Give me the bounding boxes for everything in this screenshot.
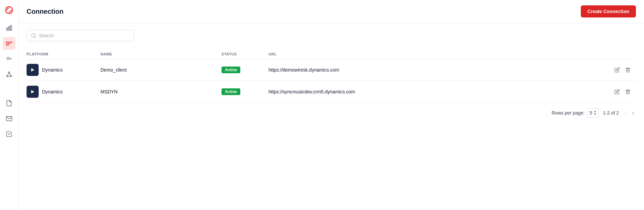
table-header-row: PLATFORM NAME STATUS URL xyxy=(27,49,636,59)
column-url: URL xyxy=(269,49,562,59)
delete-button-0[interactable] xyxy=(624,66,632,74)
sidebar-item-documents[interactable] xyxy=(3,97,15,110)
chart-icon xyxy=(6,25,12,31)
edit-icon xyxy=(614,89,620,94)
svg-rect-0 xyxy=(7,28,8,31)
cell-name-1: MSDYN xyxy=(100,81,222,103)
connections-table: PLATFORM NAME STATUS URL Dynami xyxy=(27,49,636,103)
svg-point-9 xyxy=(7,57,9,60)
platform-icon-1 xyxy=(27,86,39,98)
sidebar xyxy=(0,0,18,210)
svg-rect-4 xyxy=(10,42,12,43)
column-name: NAME xyxy=(100,49,222,59)
trash-icon xyxy=(625,89,631,94)
edit-button-1[interactable] xyxy=(613,88,621,96)
page-header: Connection Create Connection xyxy=(18,0,644,23)
mail-icon xyxy=(6,115,12,122)
sidebar-item-reports[interactable] xyxy=(3,128,15,140)
cell-name-0: Demo_client xyxy=(100,59,222,81)
rows-per-page-container: Rows per page: 5 ▲ ▼ xyxy=(552,108,599,118)
cell-status-0: Active xyxy=(222,59,269,81)
column-status: STATUS xyxy=(222,49,269,59)
platform-icon-0 xyxy=(27,64,39,76)
pagination: Rows per page: 5 ▲ ▼ 1-2 of 2 ‹ › xyxy=(27,108,636,118)
svg-marker-18 xyxy=(31,68,34,72)
delete-button-1[interactable] xyxy=(624,88,632,96)
sidebar-item-connections[interactable] xyxy=(3,37,15,50)
svg-rect-2 xyxy=(10,26,11,31)
page-content: PLATFORM NAME STATUS URL Dynami xyxy=(18,23,644,210)
sidebar-item-keys[interactable] xyxy=(3,52,15,65)
nodes-icon xyxy=(6,71,12,78)
prev-page-button[interactable]: ‹ xyxy=(623,109,629,117)
search-icon xyxy=(31,33,36,38)
svg-rect-1 xyxy=(8,27,9,31)
status-badge-1: Active xyxy=(222,88,240,95)
document-icon xyxy=(6,100,12,107)
svg-marker-19 xyxy=(31,90,34,93)
report-icon xyxy=(6,131,12,137)
svg-line-14 xyxy=(9,73,11,76)
sidebar-item-mail[interactable] xyxy=(3,112,15,125)
rows-per-page-label: Rows per page: xyxy=(552,110,585,116)
cell-status-1: Active xyxy=(222,81,269,103)
dynamics-icon xyxy=(29,67,36,73)
rows-per-page-selector[interactable]: 5 ▲ ▼ xyxy=(587,108,599,118)
cell-url-1: https://syncmusicdev.crm5.dynamics.com xyxy=(269,81,562,103)
rows-per-page-value: 5 xyxy=(590,110,592,116)
actions-cell-1 xyxy=(562,88,632,96)
page-navigation: ‹ › xyxy=(623,109,636,117)
svg-rect-3 xyxy=(6,42,8,43)
edit-button-0[interactable] xyxy=(613,66,621,74)
status-badge-0: Active xyxy=(222,67,240,73)
page-title: Connection xyxy=(27,8,64,15)
table-row: Dynamics Demo_client Active https://demo… xyxy=(27,59,636,81)
column-platform: PLATFORM xyxy=(27,49,100,59)
key-icon xyxy=(6,55,12,62)
main-content: Connection Create Connection PLATFORM NA… xyxy=(18,0,644,210)
platform-name-1: Dynamics xyxy=(42,89,63,94)
platform-cell-0: Dynamics xyxy=(27,64,96,76)
svg-line-17 xyxy=(35,37,36,38)
cell-platform-1: Dynamics xyxy=(27,81,100,103)
cell-platform-0: Dynamics xyxy=(27,59,100,81)
platform-name-0: Dynamics xyxy=(42,67,63,73)
platform-cell-1: Dynamics xyxy=(27,86,96,98)
sidebar-item-dashboard[interactable] xyxy=(3,22,15,34)
page-info: 1-2 of 2 xyxy=(603,110,619,116)
search-container xyxy=(27,30,636,41)
edit-icon xyxy=(614,67,620,73)
actions-cell-0 xyxy=(562,66,632,74)
connection-icon xyxy=(6,40,12,47)
svg-line-13 xyxy=(7,73,9,76)
app-logo xyxy=(3,4,15,16)
sidebar-item-nodes[interactable] xyxy=(3,68,15,81)
rows-per-page-arrows: ▲ ▼ xyxy=(594,110,597,116)
table-row: Dynamics MSDYN Active https://syncmusicd… xyxy=(27,81,636,103)
rows-decrease-button[interactable]: ▼ xyxy=(594,113,597,116)
dynamics-icon xyxy=(29,88,36,95)
create-connection-button[interactable]: Create Connection xyxy=(581,5,636,17)
column-actions xyxy=(562,49,636,59)
cell-actions-1 xyxy=(562,81,636,103)
cell-url-0: https://demowiresk.dynamics.com xyxy=(269,59,562,81)
svg-rect-5 xyxy=(6,44,8,45)
next-page-button[interactable]: › xyxy=(630,109,636,117)
search-input[interactable] xyxy=(39,33,130,38)
search-input-wrapper xyxy=(27,30,134,41)
trash-icon xyxy=(625,67,631,73)
cell-actions-0 xyxy=(562,59,636,81)
